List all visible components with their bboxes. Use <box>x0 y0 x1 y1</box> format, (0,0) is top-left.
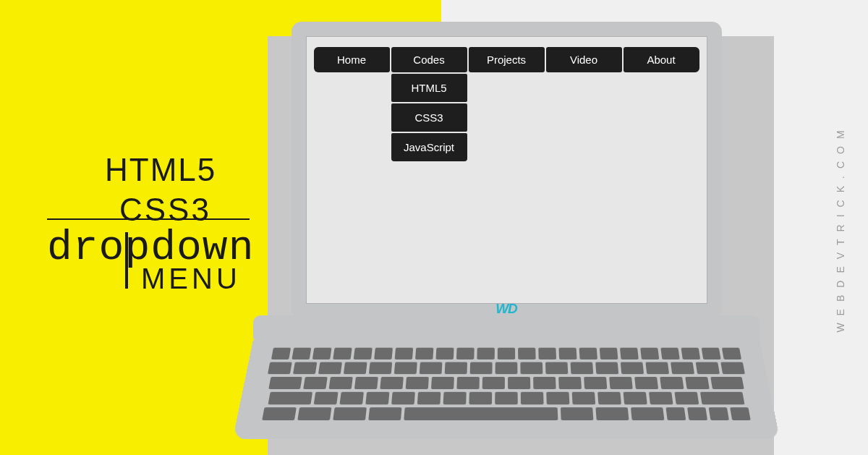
nav-codes[interactable]: Codes HTML5 CSS3 JavaScript <box>391 47 467 72</box>
title-html5: HTML5 <box>105 152 254 188</box>
laptop-bezel: Home Codes HTML5 CSS3 JavaScript Project… <box>292 22 722 318</box>
wd-logo: WD <box>495 301 517 317</box>
nav-video[interactable]: Video <box>546 47 622 72</box>
dropdown-css3[interactable]: CSS3 <box>391 103 467 132</box>
title-block: HTML5 CSS3 dropdown MENU <box>47 152 254 295</box>
laptop-illustration: Home Codes HTML5 CSS3 JavaScript Project… <box>253 22 760 444</box>
nav-home[interactable]: Home <box>314 47 390 72</box>
laptop-keyboard <box>233 340 780 439</box>
nav-projects[interactable]: Projects <box>469 47 545 72</box>
watermark-text: WEBDEVTRICK.COM <box>835 123 846 332</box>
nav-codes-label: Codes <box>413 54 444 66</box>
nav-about[interactable]: About <box>624 47 699 72</box>
dropdown-javascript[interactable]: JavaScript <box>391 133 467 161</box>
title-css3: CSS3 <box>119 192 254 228</box>
page-canvas: WEBDEVTRICK.COM HTML5 CSS3 dropdown MENU… <box>0 0 868 455</box>
dropdown-menu: HTML5 CSS3 JavaScript <box>391 74 467 163</box>
dropdown-html5[interactable]: HTML5 <box>391 74 467 102</box>
laptop-hinge <box>253 315 760 340</box>
laptop-screen: Home Codes HTML5 CSS3 JavaScript Project… <box>306 36 707 304</box>
navbar: Home Codes HTML5 CSS3 JavaScript Project… <box>307 37 707 72</box>
title-menu: MENU <box>141 263 254 295</box>
